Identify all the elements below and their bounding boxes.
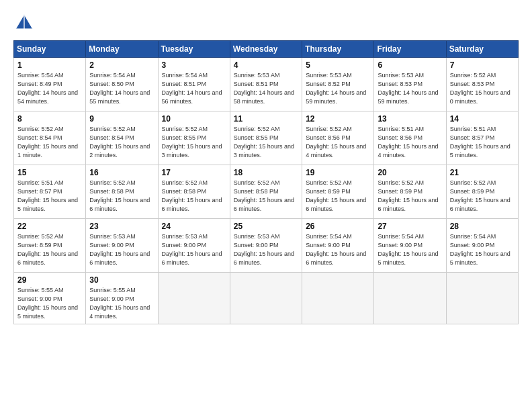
day-info: Sunrise: 5:52 AM Sunset: 8:56 PM Dayligh… xyxy=(306,125,370,160)
day-info: Sunrise: 5:55 AM Sunset: 9:00 PM Dayligh… xyxy=(17,286,82,321)
day-number: 13 xyxy=(378,114,442,124)
day-info: Sunrise: 5:52 AM Sunset: 8:59 PM Dayligh… xyxy=(306,179,370,214)
table-cell: 16 Sunrise: 5:52 AM Sunset: 8:58 PM Dayl… xyxy=(86,165,158,219)
table-cell xyxy=(374,273,446,324)
header-thursday: Thursday xyxy=(302,41,374,58)
day-info: Sunrise: 5:54 AM Sunset: 9:00 PM Dayligh… xyxy=(450,232,515,267)
table-cell: 28 Sunrise: 5:54 AM Sunset: 9:00 PM Dayl… xyxy=(446,219,518,273)
table-cell: 19 Sunrise: 5:52 AM Sunset: 8:59 PM Dayl… xyxy=(302,165,374,219)
day-info: Sunrise: 5:54 AM Sunset: 9:00 PM Dayligh… xyxy=(306,232,370,267)
day-info: Sunrise: 5:52 AM Sunset: 8:59 PM Dayligh… xyxy=(450,179,515,214)
table-cell: 11 Sunrise: 5:52 AM Sunset: 8:55 PM Dayl… xyxy=(230,111,302,165)
day-info: Sunrise: 5:52 AM Sunset: 8:58 PM Dayligh… xyxy=(89,179,154,214)
table-cell: 5 Sunrise: 5:53 AM Sunset: 8:52 PM Dayli… xyxy=(302,58,374,111)
table-cell: 10 Sunrise: 5:52 AM Sunset: 8:55 PM Dayl… xyxy=(158,111,230,165)
calendar-row: 15 Sunrise: 5:51 AM Sunset: 8:57 PM Dayl… xyxy=(14,165,519,219)
calendar-row: 1 Sunrise: 5:54 AM Sunset: 8:49 PM Dayli… xyxy=(14,58,519,111)
day-number: 18 xyxy=(234,168,298,177)
day-info: Sunrise: 5:53 AM Sunset: 9:00 PM Dayligh… xyxy=(89,232,154,267)
day-number: 9 xyxy=(89,114,154,124)
table-cell: 15 Sunrise: 5:51 AM Sunset: 8:57 PM Dayl… xyxy=(14,165,86,219)
day-number: 25 xyxy=(234,222,298,231)
day-info: Sunrise: 5:53 AM Sunset: 9:00 PM Dayligh… xyxy=(162,232,226,267)
day-number: 23 xyxy=(89,222,154,231)
table-cell: 25 Sunrise: 5:53 AM Sunset: 9:00 PM Dayl… xyxy=(230,219,302,273)
day-info: Sunrise: 5:53 AM Sunset: 8:51 PM Dayligh… xyxy=(234,71,298,106)
header-friday: Friday xyxy=(374,41,446,58)
table-cell: 4 Sunrise: 5:53 AM Sunset: 8:51 PM Dayli… xyxy=(230,58,302,111)
header-saturday: Saturday xyxy=(446,41,518,58)
day-info: Sunrise: 5:52 AM Sunset: 8:53 PM Dayligh… xyxy=(450,71,515,106)
table-cell: 24 Sunrise: 5:53 AM Sunset: 9:00 PM Dayl… xyxy=(158,219,230,273)
calendar-row: 22 Sunrise: 5:52 AM Sunset: 8:59 PM Dayl… xyxy=(14,219,519,273)
table-cell: 22 Sunrise: 5:52 AM Sunset: 8:59 PM Dayl… xyxy=(14,219,86,273)
table-cell: 21 Sunrise: 5:52 AM Sunset: 8:59 PM Dayl… xyxy=(446,165,518,219)
day-number: 16 xyxy=(89,168,154,177)
day-number: 2 xyxy=(89,60,154,70)
table-cell: 14 Sunrise: 5:51 AM Sunset: 8:57 PM Dayl… xyxy=(446,111,518,165)
day-number: 6 xyxy=(378,60,442,70)
day-info: Sunrise: 5:51 AM Sunset: 8:56 PM Dayligh… xyxy=(378,125,442,160)
table-cell: 1 Sunrise: 5:54 AM Sunset: 8:49 PM Dayli… xyxy=(14,58,86,111)
day-info: Sunrise: 5:53 AM Sunset: 8:53 PM Dayligh… xyxy=(378,71,442,106)
day-info: Sunrise: 5:55 AM Sunset: 9:00 PM Dayligh… xyxy=(89,286,154,321)
day-info: Sunrise: 5:52 AM Sunset: 8:55 PM Dayligh… xyxy=(234,125,298,160)
day-number: 20 xyxy=(378,168,442,177)
day-number: 14 xyxy=(450,114,515,124)
table-cell: 8 Sunrise: 5:52 AM Sunset: 8:54 PM Dayli… xyxy=(14,111,86,165)
day-number: 22 xyxy=(17,222,82,231)
day-info: Sunrise: 5:52 AM Sunset: 8:54 PM Dayligh… xyxy=(17,125,82,160)
logo-icon xyxy=(13,12,35,34)
day-number: 15 xyxy=(17,168,82,177)
table-cell: 27 Sunrise: 5:54 AM Sunset: 9:00 PM Dayl… xyxy=(374,219,446,273)
table-cell: 18 Sunrise: 5:52 AM Sunset: 8:58 PM Dayl… xyxy=(230,165,302,219)
day-number: 8 xyxy=(17,114,82,124)
table-cell: 7 Sunrise: 5:52 AM Sunset: 8:53 PM Dayli… xyxy=(446,58,518,111)
day-info: Sunrise: 5:52 AM Sunset: 8:58 PM Dayligh… xyxy=(234,179,298,214)
day-info: Sunrise: 5:51 AM Sunset: 8:57 PM Dayligh… xyxy=(450,125,515,160)
table-cell: 6 Sunrise: 5:53 AM Sunset: 8:53 PM Dayli… xyxy=(374,58,446,111)
day-number: 21 xyxy=(450,168,515,177)
day-number: 1 xyxy=(17,60,82,70)
calendar-row: 29 Sunrise: 5:55 AM Sunset: 9:00 PM Dayl… xyxy=(14,273,519,324)
table-cell: 17 Sunrise: 5:52 AM Sunset: 8:58 PM Dayl… xyxy=(158,165,230,219)
day-number: 24 xyxy=(162,222,226,231)
header-wednesday: Wednesday xyxy=(230,41,302,58)
table-cell: 9 Sunrise: 5:52 AM Sunset: 8:54 PM Dayli… xyxy=(86,111,158,165)
day-info: Sunrise: 5:53 AM Sunset: 9:00 PM Dayligh… xyxy=(234,232,298,267)
day-number: 29 xyxy=(17,275,82,285)
day-info: Sunrise: 5:54 AM Sunset: 8:51 PM Dayligh… xyxy=(162,71,226,106)
day-info: Sunrise: 5:54 AM Sunset: 8:49 PM Dayligh… xyxy=(17,71,82,106)
calendar-body: 1 Sunrise: 5:54 AM Sunset: 8:49 PM Dayli… xyxy=(14,58,519,324)
day-info: Sunrise: 5:52 AM Sunset: 8:55 PM Dayligh… xyxy=(162,125,226,160)
day-info: Sunrise: 5:53 AM Sunset: 8:52 PM Dayligh… xyxy=(306,71,370,106)
day-number: 28 xyxy=(450,222,515,231)
day-number: 26 xyxy=(306,222,370,231)
day-number: 17 xyxy=(162,168,226,177)
header-tuesday: Tuesday xyxy=(158,41,230,58)
day-info: Sunrise: 5:52 AM Sunset: 8:54 PM Dayligh… xyxy=(89,125,154,160)
day-info: Sunrise: 5:52 AM Sunset: 8:59 PM Dayligh… xyxy=(378,179,442,214)
day-number: 5 xyxy=(306,60,370,70)
table-cell xyxy=(302,273,374,324)
day-number: 19 xyxy=(306,168,370,177)
page: Sunday Monday Tuesday Wednesday Thursday… xyxy=(0,0,532,411)
day-number: 3 xyxy=(162,60,226,70)
header-sunday: Sunday xyxy=(14,41,86,58)
day-number: 4 xyxy=(234,60,298,70)
day-info: Sunrise: 5:52 AM Sunset: 8:58 PM Dayligh… xyxy=(162,179,226,214)
day-number: 27 xyxy=(378,222,442,231)
day-number: 12 xyxy=(306,114,370,124)
table-cell: 23 Sunrise: 5:53 AM Sunset: 9:00 PM Dayl… xyxy=(86,219,158,273)
table-cell: 30 Sunrise: 5:55 AM Sunset: 9:00 PM Dayl… xyxy=(86,273,158,324)
table-cell xyxy=(158,273,230,324)
day-number: 11 xyxy=(234,114,298,124)
header-row: Sunday Monday Tuesday Wednesday Thursday… xyxy=(14,41,519,58)
day-number: 10 xyxy=(162,114,226,124)
table-cell: 20 Sunrise: 5:52 AM Sunset: 8:59 PM Dayl… xyxy=(374,165,446,219)
calendar-row: 8 Sunrise: 5:52 AM Sunset: 8:54 PM Dayli… xyxy=(14,111,519,165)
day-number: 7 xyxy=(450,60,515,70)
day-info: Sunrise: 5:54 AM Sunset: 8:50 PM Dayligh… xyxy=(89,71,154,106)
table-cell: 29 Sunrise: 5:55 AM Sunset: 9:00 PM Dayl… xyxy=(14,273,86,324)
day-number: 30 xyxy=(89,275,154,285)
